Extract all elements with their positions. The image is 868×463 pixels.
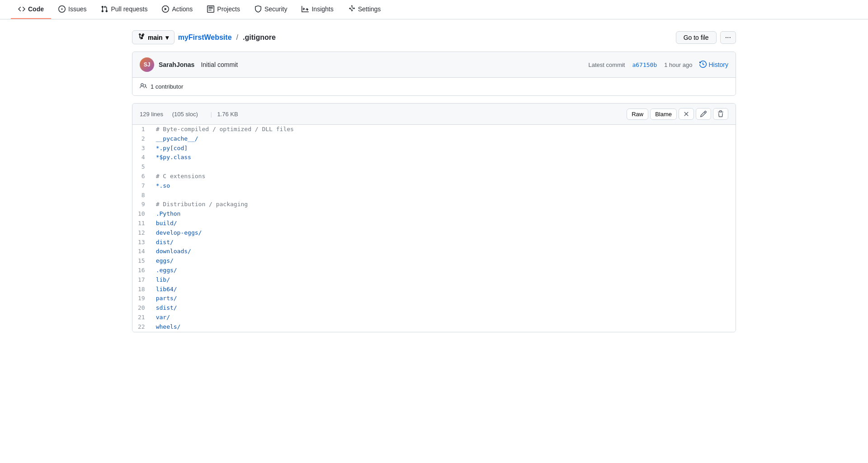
issue-icon bbox=[58, 5, 66, 13]
path-separator: / bbox=[236, 33, 238, 42]
line-count: 129 lines bbox=[140, 111, 163, 118]
line-number[interactable]: 13 bbox=[132, 238, 152, 247]
path-row: main ▾ myFirstWebsite / .gitignore Go to… bbox=[132, 30, 736, 44]
line-number[interactable]: 17 bbox=[132, 275, 152, 285]
security-icon bbox=[255, 5, 262, 13]
line-number[interactable]: 6 bbox=[132, 172, 152, 181]
sloc-count: (105 sloc) bbox=[172, 111, 198, 118]
line-code: sdist/ bbox=[152, 303, 736, 313]
table-row: 8 bbox=[132, 191, 736, 200]
table-row: 12develop-eggs/ bbox=[132, 228, 736, 238]
nav-security[interactable]: Security bbox=[247, 0, 295, 19]
table-row: 20sdist/ bbox=[132, 303, 736, 313]
contributor-row: 1 contributor bbox=[132, 77, 736, 95]
line-number[interactable]: 18 bbox=[132, 285, 152, 294]
line-code: *.so bbox=[152, 181, 736, 191]
line-number[interactable]: 3 bbox=[132, 144, 152, 153]
delete-button[interactable] bbox=[713, 108, 728, 120]
file-size: 1.76 KB bbox=[217, 111, 238, 118]
branch-icon bbox=[138, 33, 145, 42]
raw-button[interactable]: Raw bbox=[627, 109, 648, 120]
line-number[interactable]: 4 bbox=[132, 153, 152, 162]
line-number[interactable]: 11 bbox=[132, 219, 152, 228]
line-number[interactable]: 2 bbox=[132, 134, 152, 144]
insights-icon bbox=[302, 5, 309, 13]
nav-projects[interactable]: Projects bbox=[200, 0, 247, 19]
nav-settings[interactable]: Settings bbox=[341, 0, 388, 19]
line-code: .eggs/ bbox=[152, 266, 736, 275]
line-number[interactable]: 21 bbox=[132, 313, 152, 322]
line-number[interactable]: 7 bbox=[132, 181, 152, 191]
branch-label: main bbox=[148, 34, 163, 41]
line-code: # Byte-compiled / optimized / DLL files bbox=[152, 125, 736, 134]
file-name: .gitignore bbox=[243, 33, 276, 42]
blame-button[interactable]: Blame bbox=[650, 109, 677, 120]
contributor-icon bbox=[140, 82, 147, 91]
chevron-down-icon: ▾ bbox=[165, 34, 169, 41]
commit-hash[interactable]: a67150b bbox=[632, 61, 657, 68]
line-code: downloads/ bbox=[152, 247, 736, 256]
line-number[interactable]: 9 bbox=[132, 200, 152, 209]
line-code: var/ bbox=[152, 313, 736, 322]
history-link[interactable]: History bbox=[699, 61, 728, 69]
line-number[interactable]: 19 bbox=[132, 294, 152, 303]
line-number[interactable]: 16 bbox=[132, 266, 152, 275]
line-code: eggs/ bbox=[152, 256, 736, 266]
repo-link[interactable]: myFirstWebsite bbox=[178, 33, 232, 42]
file-viewer: 129 lines (105 sloc) | 1.76 KB Raw Blame bbox=[132, 103, 736, 332]
nav-code[interactable]: Code bbox=[11, 0, 51, 19]
line-code: build/ bbox=[152, 219, 736, 228]
table-row: 4*$py.class bbox=[132, 153, 736, 162]
line-number[interactable]: 20 bbox=[132, 303, 152, 313]
line-number[interactable]: 12 bbox=[132, 228, 152, 238]
history-label: History bbox=[708, 61, 728, 68]
edit-button[interactable] bbox=[696, 108, 711, 120]
nav-projects-label: Projects bbox=[217, 5, 240, 13]
commit-left: SJ SarahJonas Initial commit bbox=[140, 57, 238, 72]
go-to-file-button[interactable]: Go to file bbox=[676, 31, 717, 44]
expand-button[interactable] bbox=[679, 108, 694, 120]
code-icon bbox=[18, 5, 25, 13]
line-code: # C extensions bbox=[152, 172, 736, 181]
line-code bbox=[152, 162, 736, 172]
file-size-sep: | bbox=[210, 111, 212, 118]
nav-issues-label: Issues bbox=[68, 5, 86, 13]
commit-message: Initial commit bbox=[201, 61, 238, 68]
nav-pull-requests[interactable]: Pull requests bbox=[94, 0, 155, 19]
nav-actions[interactable]: Actions bbox=[155, 0, 200, 19]
table-row: 19parts/ bbox=[132, 294, 736, 303]
nav-pr-label: Pull requests bbox=[111, 5, 147, 13]
main-content: main ▾ myFirstWebsite / .gitignore Go to… bbox=[118, 19, 750, 343]
line-number[interactable]: 10 bbox=[132, 209, 152, 219]
nav-insights[interactable]: Insights bbox=[294, 0, 340, 19]
table-row: 13dist/ bbox=[132, 238, 736, 247]
nav-issues[interactable]: Issues bbox=[51, 0, 94, 19]
commit-author[interactable]: SarahJonas bbox=[159, 61, 194, 68]
commit-header: SJ SarahJonas Initial commit Latest comm… bbox=[132, 52, 736, 77]
line-number[interactable]: 8 bbox=[132, 191, 152, 200]
line-number[interactable]: 5 bbox=[132, 162, 152, 172]
commit-box: SJ SarahJonas Initial commit Latest comm… bbox=[132, 52, 736, 96]
table-row: 5 bbox=[132, 162, 736, 172]
line-number[interactable]: 22 bbox=[132, 322, 152, 332]
line-number[interactable]: 15 bbox=[132, 256, 152, 266]
line-code: lib64/ bbox=[152, 285, 736, 294]
line-code: .Python bbox=[152, 209, 736, 219]
table-row: 3*.py[cod] bbox=[132, 144, 736, 153]
commit-time: 1 hour ago bbox=[664, 61, 692, 68]
more-options-button[interactable]: ··· bbox=[720, 31, 736, 44]
branch-selector[interactable]: main ▾ bbox=[132, 30, 175, 44]
line-code: wheels/ bbox=[152, 322, 736, 332]
settings-icon bbox=[348, 5, 355, 13]
line-code: dist/ bbox=[152, 238, 736, 247]
line-number[interactable]: 1 bbox=[132, 125, 152, 134]
nav-settings-label: Settings bbox=[358, 5, 381, 13]
table-row: 17lib/ bbox=[132, 275, 736, 285]
line-number[interactable]: 14 bbox=[132, 247, 152, 256]
table-row: 6# C extensions bbox=[132, 172, 736, 181]
table-row: 11build/ bbox=[132, 219, 736, 228]
table-row: 2__pycache__/ bbox=[132, 134, 736, 144]
nav-actions-label: Actions bbox=[172, 5, 193, 13]
commit-right: Latest commit a67150b 1 hour ago History bbox=[589, 61, 728, 69]
code-table: 1# Byte-compiled / optimized / DLL files… bbox=[132, 125, 736, 332]
